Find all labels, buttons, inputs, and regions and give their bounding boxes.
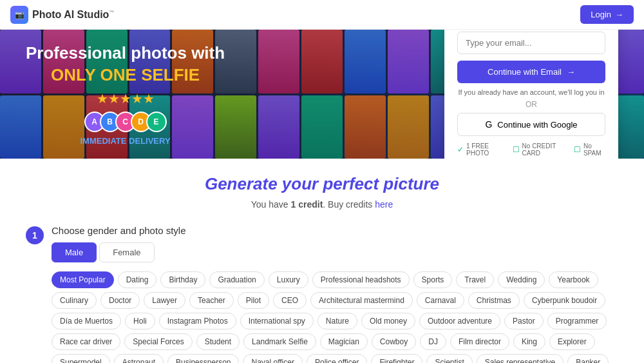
photo-style-tag[interactable]: Architectural mastermind [310,292,413,309]
photo-style-tag[interactable]: Old money [361,313,415,329]
photo-style-tag[interactable]: Scientist [426,354,472,363]
photo-style-tags: Most PopularDatingBirthdayGraduationLuxu… [52,271,618,363]
arrow-right-icon: → [567,67,575,77]
check-icon: ☐ [574,145,581,154]
photo-style-tag[interactable]: Student [196,333,240,350]
photo-style-tag[interactable]: Día de Muertos [52,313,121,329]
photo-style-tag[interactable]: Sports [413,271,453,288]
check-icon: ☐ [513,145,520,154]
gender-female-button[interactable]: Female [99,242,154,262]
hero-avatars: A B C D E [26,112,225,132]
step-1: 1 Choose gender and photo style Male Fem… [26,225,618,363]
photo-style-tag[interactable]: Culinary [52,292,97,309]
hero-form: Continue with Email → If you already hav… [444,30,618,159]
form-badges: ✓ 1 FREE PHOTO ☐ No CREDIT CARD ☐ No SPA… [457,142,605,157]
header: 📷 Photo AI Studio™ Login → [0,0,644,30]
step-1-label: Choose gender and photo style [52,225,618,236]
photo-style-tag[interactable]: Pastor [504,313,544,329]
form-note: If you already have an account, we'll lo… [457,88,605,96]
gender-toggle: Male Female [52,242,618,262]
no-credit-badge: ☐ No CREDIT CARD [513,142,566,157]
photo-style-tag[interactable]: Sales representative [477,354,564,363]
arrow-right-icon: → [615,10,623,19]
photo-style-tag[interactable]: Wedding [498,271,545,288]
step-1-circle: 1 [26,226,44,244]
photo-style-tag[interactable]: Doctor [100,292,140,309]
photo-style-tag[interactable]: Explorer [549,333,595,350]
hero-left-content: Professional photos with ONLY ONE SELFIE… [26,43,225,146]
free-photo-badge: ✓ 1 FREE PHOTO [457,142,505,157]
login-button[interactable]: Login → [580,5,634,24]
photo-style-tag[interactable]: Magician [320,333,368,350]
photo-style-tag[interactable]: DJ [420,333,446,350]
photo-style-tag[interactable]: Carnaval [417,292,464,309]
photo-style-tag[interactable]: Firefighter [371,354,422,363]
email-field[interactable] [457,32,605,54]
google-icon: G [485,119,492,130]
check-icon: ✓ [457,145,464,154]
avatar: E [146,112,167,132]
photo-style-tag[interactable]: Cyberpunk boudoir [524,292,605,309]
hero-stars: ★★★★★ [26,91,225,106]
photo-style-tag[interactable]: Special Forces [124,333,192,350]
photo-style-tag[interactable]: Graduation [209,271,264,288]
photo-style-tag[interactable]: Film director [450,333,509,350]
photo-style-tag[interactable]: Holi [125,313,155,329]
photo-style-tag[interactable]: Landmark Selfie [243,333,316,350]
photo-style-tag[interactable]: Travel [456,271,494,288]
logo-area: 📷 Photo AI Studio™ [10,6,114,24]
photo-style-tag[interactable]: Astronaut [114,354,164,363]
photo-style-tag[interactable]: CEO [273,292,307,309]
step-1-content: Choose gender and photo style Male Femal… [52,225,618,363]
hero-overlay: Professional photos with ONLY ONE SELFIE… [0,30,644,159]
photo-style-tag[interactable]: Teacher [189,292,234,309]
photo-style-tag[interactable]: Cowboy [372,333,416,350]
photo-style-tag[interactable]: Lawyer [144,292,185,309]
photo-style-tag[interactable]: Christmas [468,292,520,309]
credits-subtitle: You have 1 credit. Buy credits here [26,199,618,210]
photo-style-tag[interactable]: Birthday [160,271,205,288]
hero-title: Professional photos with ONLY ONE SELFIE [26,43,225,86]
photo-style-tag[interactable]: Businessperson [167,354,239,363]
gender-male-button[interactable]: Male [52,242,97,262]
photo-style-tag[interactable]: Luxury [269,271,308,288]
main-content: Generate your perfect picture You have 1… [0,159,644,363]
logo-icon: 📷 [10,6,28,24]
continue-email-button[interactable]: Continue with Email → [457,61,605,83]
buy-credits-link[interactable]: here [375,199,393,210]
photo-style-tag[interactable]: Pilot [238,292,269,309]
photo-style-tag[interactable]: Dating [118,271,157,288]
photo-style-tag[interactable]: Race car driver [52,333,120,350]
photo-style-tag[interactable]: Yearbook [549,271,598,288]
photo-style-tag[interactable]: Professional headshots [312,271,410,288]
page-title: Generate your perfect picture [26,174,618,194]
photo-style-tag[interactable]: Banker [567,354,609,363]
photo-style-tag[interactable]: Police officer [307,354,367,363]
hero-delivery-text: IMMEDIATE DELIVERY [26,136,225,146]
logo-text: Photo AI Studio™ [32,9,114,21]
continue-google-button[interactable]: G Continue with Google [457,113,605,136]
or-divider: OR [457,100,605,109]
no-spam-badge: ☐ No SPAM [574,142,605,157]
photo-style-tag[interactable]: Programmer [547,313,607,329]
photo-style-tag[interactable]: Instagram Photos [159,313,236,329]
photo-style-tag[interactable]: King [513,333,545,350]
photo-style-tag[interactable]: Nature [317,313,357,329]
photo-style-tag[interactable]: Supermodel [52,354,110,363]
photo-style-tag[interactable]: Most Popular [52,271,114,288]
photo-style-tag[interactable]: International spy [240,313,314,329]
photo-style-tag[interactable]: Naval officer [243,354,302,363]
hero-section: Professional photos with ONLY ONE SELFIE… [0,30,644,159]
photo-style-tag[interactable]: Outdoor adventure [419,313,500,329]
